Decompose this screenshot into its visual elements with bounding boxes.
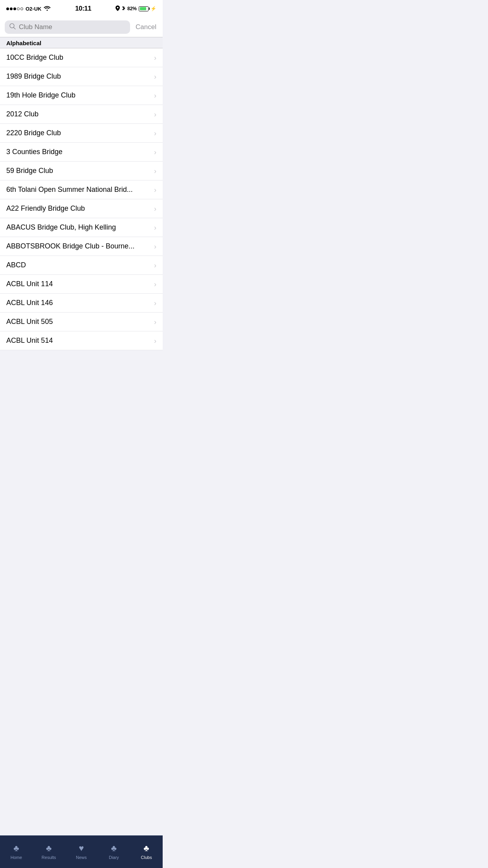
carrier-label: O2-UK	[26, 6, 41, 12]
chevron-right-icon: ›	[154, 186, 156, 193]
chevron-right-icon: ›	[154, 224, 156, 231]
club-list-item[interactable]: 2220 Bridge Club›	[0, 124, 163, 143]
search-input[interactable]	[19, 23, 125, 31]
chevron-right-icon: ›	[154, 300, 156, 307]
club-name: 2220 Bridge Club	[6, 129, 61, 137]
search-icon	[9, 23, 16, 31]
chevron-right-icon: ›	[154, 54, 156, 61]
club-name: ACBL Unit 114	[6, 280, 53, 288]
time-display: 10:11	[75, 5, 91, 13]
club-name: ACBL Unit 146	[6, 299, 53, 307]
charging-icon: ⚡	[150, 6, 156, 11]
club-list-item[interactable]: ACBL Unit 146›	[0, 294, 163, 313]
club-name: A22 Friendly Bridge Club	[6, 204, 85, 213]
club-list-item[interactable]: 6th Tolani Open Summer National Brid...›	[0, 180, 163, 199]
club-list-item[interactable]: 2012 Club›	[0, 105, 163, 124]
club-list-item[interactable]: A22 Friendly Bridge Club›	[0, 199, 163, 218]
club-list-item[interactable]: 3 Counties Bridge›	[0, 143, 163, 162]
chevron-right-icon: ›	[154, 205, 156, 212]
club-name: ACBL Unit 505	[6, 318, 53, 326]
chevron-right-icon: ›	[154, 149, 156, 156]
battery-icon	[139, 6, 149, 11]
club-list-item[interactable]: ABCD›	[0, 256, 163, 275]
club-list-item[interactable]: ACBL Unit 505›	[0, 313, 163, 331]
club-name: 10CC Bridge Club	[6, 53, 63, 62]
chevron-right-icon: ›	[154, 281, 156, 288]
club-name: ACBL Unit 514	[6, 337, 53, 345]
club-name: ABBOTSBROOK Bridge Club - Bourne...	[6, 242, 134, 250]
chevron-right-icon: ›	[154, 92, 156, 99]
chevron-right-icon: ›	[154, 73, 156, 80]
club-list-item[interactable]: 19th Hole Bridge Club›	[0, 86, 163, 105]
chevron-right-icon: ›	[154, 111, 156, 118]
bluetooth-icon	[122, 6, 125, 12]
club-name: 2012 Club	[6, 110, 39, 118]
chevron-right-icon: ›	[154, 337, 156, 344]
club-list: 10CC Bridge Club›1989 Bridge Club›19th H…	[0, 48, 163, 350]
wifi-icon	[44, 6, 51, 12]
club-list-item[interactable]: 1989 Bridge Club›	[0, 67, 163, 86]
main-content: Alphabetical 10CC Bridge Club›1989 Bridg…	[0, 37, 163, 383]
cancel-button[interactable]: Cancel	[134, 23, 158, 31]
club-list-item[interactable]: ACBL Unit 514›	[0, 331, 163, 350]
search-input-wrapper[interactable]	[5, 20, 130, 34]
club-name: ABACUS Bridge Club, High Kelling	[6, 223, 116, 232]
svg-line-1	[14, 28, 16, 29]
status-bar: O2-UK 10:11 82% ⚡	[0, 0, 163, 17]
club-name: 19th Hole Bridge Club	[6, 91, 75, 99]
club-name: 6th Tolani Open Summer National Brid...	[6, 186, 133, 194]
chevron-right-icon: ›	[154, 262, 156, 269]
signal-strength	[6, 7, 23, 10]
location-icon	[116, 6, 120, 12]
chevron-right-icon: ›	[154, 167, 156, 175]
battery-percentage: 82%	[127, 6, 137, 11]
chevron-right-icon: ›	[154, 318, 156, 326]
club-list-item[interactable]: 10CC Bridge Club›	[0, 48, 163, 67]
search-bar-container: Cancel	[0, 17, 163, 37]
club-list-item[interactable]: ACBL Unit 114›	[0, 275, 163, 294]
club-name: 59 Bridge Club	[6, 167, 53, 175]
chevron-right-icon: ›	[154, 243, 156, 250]
club-name: 1989 Bridge Club	[6, 72, 61, 81]
section-header-alphabetical: Alphabetical	[0, 37, 163, 48]
chevron-right-icon: ›	[154, 130, 156, 137]
club-name: ABCD	[6, 261, 26, 269]
club-list-item[interactable]: ABBOTSBROOK Bridge Club - Bourne...›	[0, 237, 163, 256]
club-list-item[interactable]: ABACUS Bridge Club, High Kelling›	[0, 218, 163, 237]
club-name: 3 Counties Bridge	[6, 148, 62, 156]
club-list-item[interactable]: 59 Bridge Club›	[0, 162, 163, 180]
